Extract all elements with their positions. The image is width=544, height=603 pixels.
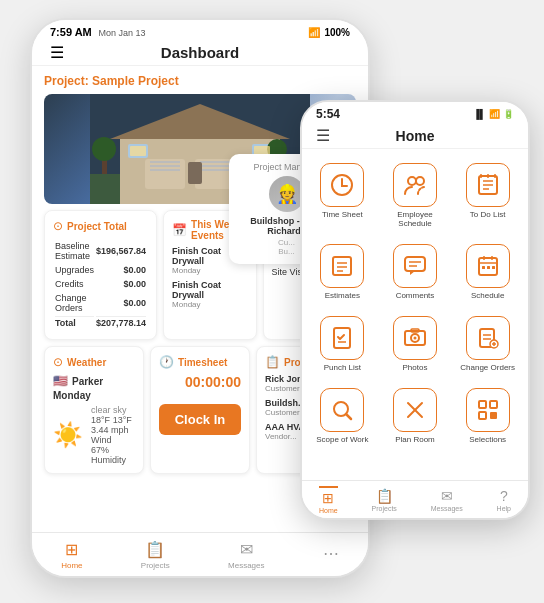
bottom-nav: ⊞ Home 📋 Projects ✉ Messages ⋯ (32, 532, 368, 576)
help-nav-icon-2: ? (500, 488, 508, 504)
changeorders-grid-icon (466, 316, 510, 360)
planroom-grid-label: Plan Room (395, 435, 435, 444)
todo-grid-icon (466, 163, 510, 207)
icon-grid: Time Sheet Employee Schedule (302, 149, 528, 458)
icon-cell-planroom[interactable]: Plan Room (379, 380, 452, 452)
messages-nav-icon: ✉ (240, 540, 253, 559)
nav-messages-2[interactable]: ✉ Messages (431, 488, 463, 512)
photos-grid-icon (393, 316, 437, 360)
top-bar-2: ☰ Home (302, 123, 528, 149)
page-title-2: Home (396, 128, 435, 144)
weather-location: Parker (72, 376, 103, 387)
icon-cell-schedule[interactable]: Schedule (451, 236, 524, 308)
status-time: 7:59 AM (50, 26, 92, 38)
nav-projects-2[interactable]: 📋 Projects (372, 488, 397, 512)
events-icon: 📅 (172, 223, 187, 237)
svg-point-24 (416, 177, 424, 185)
svg-rect-64 (479, 412, 486, 419)
weather-icon: ⊙ (53, 355, 63, 369)
projects-nav-label: Projects (141, 561, 170, 570)
signal-icon-2: ▐▌ (473, 109, 486, 119)
weather-wind: 3.44 mph Wind (91, 425, 135, 445)
schedule-grid-label: Schedule (471, 291, 504, 300)
icon-cell-changeorders[interactable]: Change Orders (451, 308, 524, 380)
messages-nav-label-2: Messages (431, 505, 463, 512)
project-total-table: Baseline Estimate$196,567.84 Upgrades$0.… (53, 238, 148, 331)
nav-home-2[interactable]: ⊞ Home (319, 486, 338, 514)
changeorders-value: $0.00 (96, 292, 146, 314)
icon-cell-estimates[interactable]: Estimates (306, 236, 379, 308)
messages-nav-label: Messages (228, 561, 264, 570)
clock-in-button[interactable]: Clock In (159, 404, 241, 435)
menu-icon-2[interactable]: ☰ (316, 126, 330, 145)
svg-rect-32 (333, 257, 351, 275)
project-label[interactable]: Project: Sample Project (44, 74, 356, 88)
timesheet-card: 🕐 Timesheet 00:00:00 Clock In (150, 346, 250, 474)
timesheet-time: 00:00:00 (159, 374, 241, 390)
punchlist-grid-icon (320, 316, 364, 360)
menu-icon[interactable]: ☰ (50, 43, 64, 62)
svg-line-59 (346, 414, 351, 419)
status-icons-2: ▐▌ 📶 🔋 (473, 109, 514, 119)
page-title: Dashboard (161, 44, 239, 61)
schedule-grid-icon (466, 244, 510, 288)
icon-cell-punchlist[interactable]: Punch List (306, 308, 379, 380)
home-nav-label-2: Home (319, 507, 338, 514)
flag-icon: 🇺🇸 (53, 374, 68, 388)
nav-help-2[interactable]: ? Help (497, 488, 511, 512)
svg-rect-11 (200, 165, 230, 167)
icon-cell-timesheet[interactable]: Time Sheet (306, 155, 379, 236)
svg-rect-5 (145, 159, 185, 189)
weather-temp: 18°F 13°F (91, 415, 135, 425)
svg-rect-65 (490, 412, 497, 419)
icon-cell-todo[interactable]: To Do List (451, 155, 524, 236)
nav-projects[interactable]: 📋 Projects (141, 540, 170, 570)
timesheet-label: Timesheet (178, 357, 227, 368)
event-day-2: Monday (172, 300, 247, 309)
scope-grid-icon (320, 388, 364, 432)
icon-cell-photos[interactable]: Photos (379, 308, 452, 380)
weather-desc: clear sky (91, 405, 135, 415)
projects-nav-icon-2: 📋 (376, 488, 393, 504)
selections-grid-label: Selections (469, 435, 506, 444)
more-nav-icon: ⋯ (323, 544, 339, 563)
help-nav-label-2: Help (497, 505, 511, 512)
credits-value: $0.00 (96, 278, 146, 290)
svg-point-50 (413, 337, 416, 340)
svg-rect-63 (490, 401, 497, 408)
status-date: Mon Jan 13 (99, 28, 146, 38)
upgrades-value: $0.00 (96, 264, 146, 276)
battery-icon-2: 🔋 (503, 109, 514, 119)
event-item-2: Finish Coat Drywall Monday (172, 280, 247, 309)
wifi-icon: 📶 (308, 27, 320, 38)
svg-rect-20 (130, 146, 146, 156)
todo-grid-label: To Do List (470, 210, 506, 219)
bottom-nav-2: ⊞ Home 📋 Projects ✉ Messages ? Help (302, 480, 528, 518)
comments-grid-label: Comments (396, 291, 435, 300)
icon-cell-employee[interactable]: Employee Schedule (379, 155, 452, 236)
planroom-grid-icon (393, 388, 437, 432)
svg-rect-30 (480, 174, 482, 178)
icon-cell-scope[interactable]: Scope of Work (306, 380, 379, 452)
nav-more[interactable]: ⋯ (323, 544, 339, 565)
status-time-2: 5:54 (316, 107, 340, 121)
projects-icon: 📋 (265, 355, 280, 369)
svg-rect-15 (188, 162, 202, 184)
home-nav-icon-2: ⊞ (322, 490, 334, 506)
svg-rect-31 (494, 174, 496, 178)
svg-rect-62 (479, 401, 486, 408)
timesheet-grid-icon (320, 163, 364, 207)
icon-cell-comments[interactable]: Comments (379, 236, 452, 308)
svg-rect-44 (487, 266, 490, 269)
messages-nav-icon-2: ✉ (441, 488, 453, 504)
icon-cell-selections[interactable]: Selections (451, 380, 524, 452)
weather-card: ⊙ Weather 🇺🇸 Parker Monday ☀️ clear sky … (44, 346, 144, 474)
status-bar: 7:59 AM Mon Jan 13 📶 100% (32, 20, 368, 40)
home-nav-icon: ⊞ (65, 540, 78, 559)
event-day-1: Monday (172, 266, 247, 275)
projects-nav-icon: 📋 (145, 540, 165, 559)
svg-rect-43 (482, 266, 485, 269)
svg-rect-10 (200, 161, 230, 163)
nav-messages[interactable]: ✉ Messages (228, 540, 264, 570)
nav-home[interactable]: ⊞ Home (61, 540, 82, 570)
